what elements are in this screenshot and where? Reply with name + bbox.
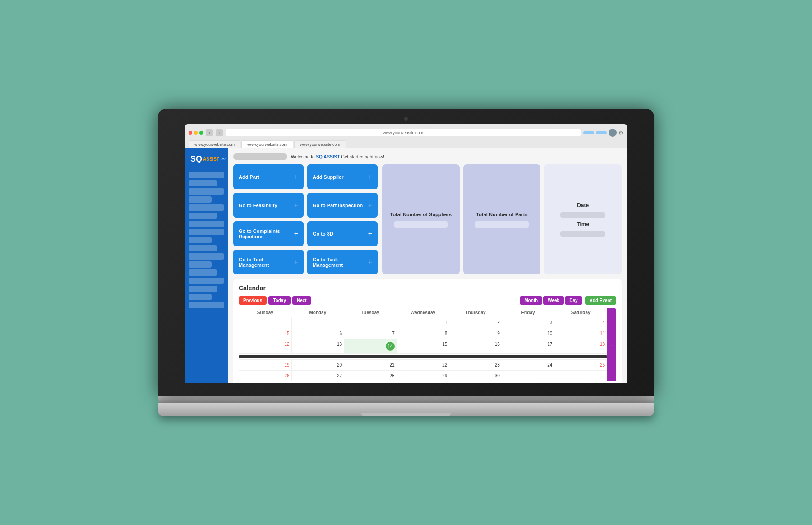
cal-cell-5[interactable]: 5 [239, 328, 292, 339]
add-event-button[interactable]: Add Event [585, 296, 616, 305]
go-task-management-button[interactable]: Go to Task Management + [307, 250, 378, 274]
browser-tab-2[interactable]: www.yourwebsite.com [241, 140, 293, 148]
cal-cell-6[interactable]: 6 [291, 328, 344, 339]
cal-cell-24[interactable]: 24 [502, 360, 554, 371]
laptop-container: ‹ › www.yourwebsite.com ⚙ www.yourwebsit… [158, 109, 654, 416]
calendar-previous-button[interactable]: Previous [239, 296, 267, 305]
cal-cell-27[interactable]: 27 [291, 371, 344, 381]
minimize-dot[interactable] [194, 131, 198, 135]
sidebar-item-14[interactable] [189, 278, 224, 284]
calendar-view-buttons: Month Week Day [520, 296, 582, 305]
parts-stat-title: Total Number of Parts [476, 211, 527, 218]
cal-cell-8[interactable]: 8 [397, 328, 449, 339]
cal-cell-20[interactable]: 20 [291, 360, 344, 371]
sidebar-item-16[interactable] [189, 294, 212, 300]
sidebar-item-3[interactable] [189, 188, 224, 195]
go-feasibility-icon: + [294, 201, 298, 209]
cal-cell-17[interactable]: 17 [502, 339, 554, 354]
go-part-inspection-button[interactable]: Go to Part Inspection + [307, 193, 378, 218]
cal-cell-1[interactable]: 1 [397, 317, 449, 328]
sidebar-item-9[interactable] [189, 237, 212, 243]
cal-cell-22[interactable]: 22 [397, 360, 449, 371]
cal-cell-15[interactable]: 15 [397, 339, 449, 354]
calendar-week-3: 12 13 14 15 16 17 18 [239, 339, 607, 354]
go-task-management-label: Go to Task Management [313, 257, 368, 268]
sidebar-item-2[interactable] [189, 180, 217, 186]
cal-cell-28[interactable]: 28 [344, 371, 397, 381]
sidebar-item-15[interactable] [189, 286, 217, 292]
browser-tab-1[interactable]: www.yourwebsite.com [189, 140, 240, 148]
cal-cell-7[interactable]: 7 [344, 328, 397, 339]
sidebar-item-11[interactable] [189, 253, 224, 260]
go-complaints-button[interactable]: Go to Complaints Rejections + [233, 221, 304, 246]
sidebar-item-13[interactable] [189, 269, 217, 276]
sidebar-item-10[interactable] [189, 245, 217, 251]
cal-cell[interactable] [344, 317, 397, 328]
cal-cell[interactable] [502, 371, 554, 381]
calendar-week-view-button[interactable]: Week [543, 296, 564, 305]
cal-cell-11[interactable]: 11 [554, 328, 607, 339]
header-btn2[interactable] [596, 131, 607, 134]
browser-tab-3[interactable]: www.yourwebsite.com [294, 140, 346, 148]
sidebar-item-5[interactable] [189, 204, 224, 211]
add-supplier-button[interactable]: Add Supplier + [307, 164, 378, 189]
cal-cell-30[interactable]: 30 [449, 371, 502, 381]
calendar-month-view-button[interactable]: Month [520, 296, 542, 305]
calendar-today-button[interactable]: Today [268, 296, 291, 305]
cal-cell-10[interactable]: 10 [502, 328, 554, 339]
back-button[interactable]: ‹ [206, 129, 213, 136]
cal-cell-13[interactable]: 13 [291, 339, 344, 354]
sidebar: SQ ASSIST 👁 [185, 148, 228, 383]
cal-cell-14-today[interactable]: 14 [344, 339, 397, 354]
add-part-button[interactable]: Add Part + [233, 164, 304, 189]
go-8d-button[interactable]: Go to 8D + [307, 221, 378, 246]
cal-cell-3[interactable]: 3 [502, 317, 554, 328]
cal-cell[interactable] [291, 317, 344, 328]
maximize-dot[interactable] [199, 131, 203, 135]
cal-cell-2[interactable]: 2 [449, 317, 502, 328]
sidebar-item-1[interactable] [189, 172, 224, 178]
sidebar-item-8[interactable] [189, 229, 224, 235]
cal-cell-19[interactable]: 19 [239, 360, 292, 371]
sidebar-item-12[interactable] [189, 261, 212, 268]
sidebar-item-7[interactable] [189, 221, 224, 227]
cal-cell-26[interactable]: 26 [239, 371, 292, 381]
cal-cell-23[interactable]: 23 [449, 360, 502, 371]
calendar-week-2: 5 6 7 8 9 10 11 [239, 328, 607, 339]
suppliers-stat-card: Total Number of Suppliers [382, 164, 460, 274]
sidebar-item-4[interactable] [189, 196, 212, 203]
calendar-week-1: 1 2 3 4 [239, 317, 607, 328]
forward-button[interactable]: › [216, 129, 223, 136]
address-bar[interactable]: www.yourwebsite.com [226, 129, 581, 136]
calendar-header-tuesday: Tuesday [344, 308, 397, 317]
go-tool-management-button[interactable]: Go to Tool Management + [233, 250, 304, 274]
cal-cell-21[interactable]: 21 [344, 360, 397, 371]
sidebar-logo: SQ ASSIST 👁 [189, 153, 224, 166]
cal-cell-16[interactable]: 16 [449, 339, 502, 354]
cal-cell-29[interactable]: 29 [397, 371, 449, 381]
cal-cell-18[interactable]: 18 [554, 339, 607, 354]
header-btn1[interactable] [583, 131, 594, 134]
cal-cell-25[interactable]: 25 [554, 360, 607, 371]
sidebar-item-6[interactable] [189, 213, 217, 219]
calendar-next-button[interactable]: Next [292, 296, 311, 305]
user-avatar[interactable] [609, 129, 617, 137]
eye-icon: 👁 [221, 157, 226, 162]
cal-cell[interactable] [239, 317, 292, 328]
go-part-inspection-label: Go to Part Inspection [313, 203, 363, 208]
settings-icon[interactable]: ⚙ [618, 130, 623, 136]
sidebar-item-17[interactable] [189, 302, 224, 308]
cal-cell[interactable] [554, 371, 607, 381]
suppliers-stat-title: Total Number of Suppliers [390, 211, 452, 218]
calendar-header-sunday: Sunday [239, 308, 292, 317]
calendar-week-dark-bar [239, 354, 607, 360]
cal-cell-9[interactable]: 9 [449, 328, 502, 339]
calendar-day-view-button[interactable]: Day [565, 296, 582, 305]
parts-stat-card: Total Number of Parts [463, 164, 541, 274]
browser-dots [189, 131, 203, 135]
close-dot[interactable] [189, 131, 192, 135]
go-feasibility-button[interactable]: Go to Feasibility + [233, 193, 304, 218]
cal-cell-4[interactable]: 4 [554, 317, 607, 328]
cal-cell-12[interactable]: 12 [239, 339, 292, 354]
add-supplier-label: Add Supplier [313, 174, 343, 180]
